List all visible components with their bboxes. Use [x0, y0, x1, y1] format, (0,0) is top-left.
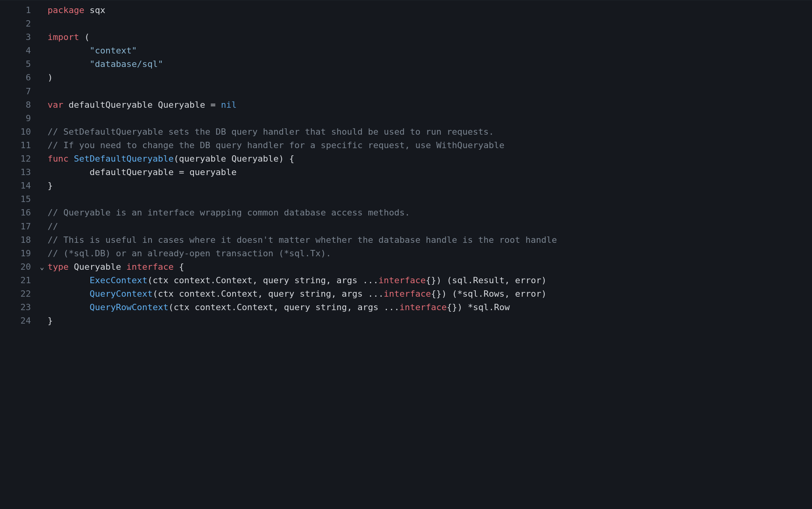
code-token: Queryable [232, 154, 279, 164]
code-token: , [253, 275, 263, 285]
line-number: 20 [0, 260, 33, 274]
code-line[interactable]: var defaultQueryable Queryable = nil [48, 98, 812, 112]
fold-cell [36, 247, 48, 260]
code-token [153, 100, 158, 110]
code-line[interactable] [48, 85, 812, 98]
code-token: string [295, 275, 326, 285]
code-line[interactable]: // [48, 220, 812, 233]
code-token: interface [379, 275, 426, 285]
line-number: 15 [0, 193, 33, 206]
code-line[interactable]: import ( [48, 31, 812, 44]
chevron-down-icon[interactable]: ⌄ [40, 260, 44, 274]
fold-cell [36, 179, 48, 193]
code-line[interactable]: // Queryable is an interface wrapping co… [48, 206, 812, 219]
code-token: query [268, 289, 294, 299]
code-token: args [337, 275, 358, 285]
code-token: ) [541, 275, 546, 285]
fold-cell [36, 44, 48, 57]
code-token [48, 275, 90, 285]
code-area[interactable]: package sqximport ( "context" "database/… [48, 4, 812, 509]
code-line[interactable]: func SetDefaultQueryable(queryable Query… [48, 152, 812, 166]
fold-cell [36, 57, 48, 71]
code-token: ExecContext [90, 275, 147, 285]
code-line[interactable]: type Queryable interface { [48, 260, 812, 274]
fold-cell [36, 31, 48, 44]
line-number: 11 [0, 139, 33, 152]
code-token: ( [147, 275, 153, 285]
code-token: string [300, 289, 331, 299]
code-token: ctx [174, 302, 190, 312]
code-token: ( [153, 289, 158, 299]
code-token [190, 302, 195, 312]
code-token: , [326, 275, 337, 285]
code-token: // If you need to change the DB query ha… [48, 140, 504, 150]
code-token: error [515, 275, 541, 285]
line-number: 22 [0, 287, 33, 301]
code-token: Rows [484, 289, 505, 299]
code-line[interactable]: // If you need to change the DB query ha… [48, 139, 812, 152]
code-token [121, 262, 126, 272]
code-line[interactable]: } [48, 179, 812, 193]
code-line[interactable]: QueryRowContext(ctx context.Context, que… [48, 301, 812, 314]
code-line[interactable]: ) [48, 71, 812, 84]
code-token: // This is useful in cases where it does… [48, 235, 557, 245]
code-token: ) [48, 72, 53, 82]
code-line[interactable]: "context" [48, 44, 812, 57]
code-line[interactable]: } [48, 314, 812, 328]
fold-cell: ⌄ [36, 260, 48, 274]
line-number-gutter: 123456789101112131415161718192021222324 [0, 4, 36, 509]
code-token: func [48, 154, 69, 164]
code-line[interactable]: package sqx [48, 4, 812, 17]
code-token [48, 302, 90, 312]
code-token: var [48, 100, 63, 110]
code-line[interactable] [48, 112, 812, 125]
code-token: interface [400, 302, 447, 312]
code-line[interactable]: // SetDefaultQueryable sets the DB query… [48, 125, 812, 139]
code-token [174, 167, 179, 177]
fold-cell [36, 287, 48, 301]
line-number: 8 [0, 98, 33, 112]
line-number: 19 [0, 247, 33, 260]
code-token: ... [379, 302, 400, 312]
code-line[interactable]: QueryContext(ctx context.Context, query … [48, 287, 812, 301]
code-token: query [263, 275, 289, 285]
code-token [169, 275, 174, 285]
code-editor[interactable]: 123456789101112131415161718192021222324 … [0, 0, 812, 509]
code-token: ) [541, 289, 546, 299]
code-token: , [258, 289, 268, 299]
code-token [295, 289, 300, 299]
code-token [48, 167, 90, 177]
code-line[interactable]: // (*sql.DB) or an already-open transact… [48, 247, 812, 260]
line-number: 3 [0, 31, 33, 44]
code-token: , [347, 302, 358, 312]
line-number: 9 [0, 112, 33, 125]
code-line[interactable]: "database/sql" [48, 57, 812, 71]
code-line[interactable]: ExecContext(ctx context.Context, query s… [48, 274, 812, 287]
code-token: type [48, 262, 69, 272]
code-line[interactable] [48, 193, 812, 206]
code-token [310, 302, 315, 312]
code-line[interactable] [48, 17, 812, 31]
line-number: 6 [0, 71, 33, 84]
code-line[interactable]: defaultQueryable = queryable [48, 166, 812, 179]
code-token: "context" [90, 46, 137, 55]
line-number: 18 [0, 233, 33, 247]
code-token: "database/sql" [90, 59, 163, 69]
line-number: 4 [0, 44, 33, 57]
code-token: string [316, 302, 347, 312]
code-token: . [489, 302, 494, 312]
code-token: Context [237, 302, 274, 312]
code-token: ( [169, 302, 174, 312]
code-token: queryable [179, 154, 226, 164]
code-line[interactable]: // This is useful in cases where it does… [48, 233, 812, 247]
line-number: 16 [0, 206, 33, 219]
code-token: import [48, 32, 79, 42]
code-token: , [504, 289, 515, 299]
fold-cell [36, 98, 48, 112]
code-token: query [284, 302, 310, 312]
code-token: . [216, 289, 221, 299]
code-token: defaultQueryable [69, 100, 153, 110]
code-token: { [174, 262, 184, 272]
code-token: // (*sql.DB) or an already-open transact… [48, 248, 331, 258]
fold-cell [36, 112, 48, 125]
